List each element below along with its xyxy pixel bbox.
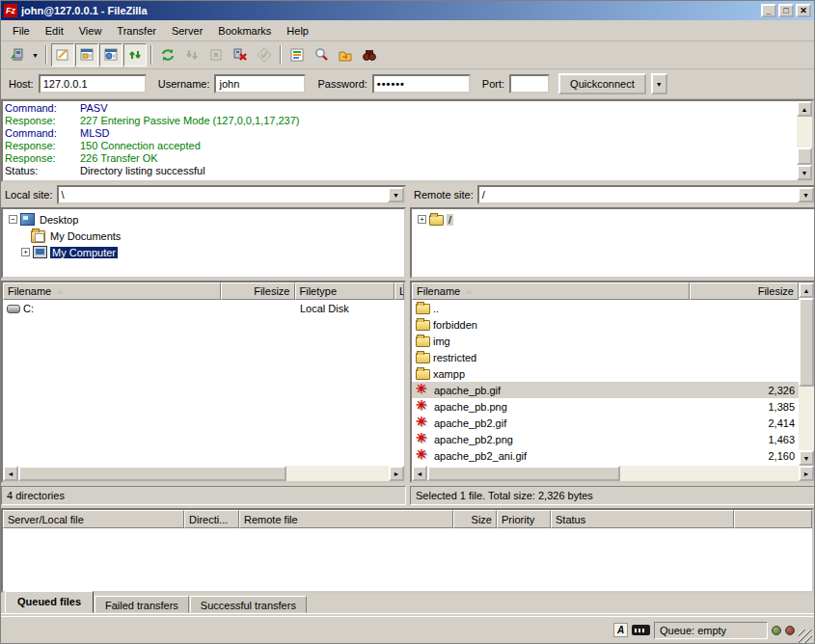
refresh-button[interactable] xyxy=(156,43,179,67)
scroll-down-arrow[interactable]: ▼ xyxy=(799,450,814,466)
file-row-c-drive[interactable]: C: Local Disk xyxy=(3,300,404,316)
tree-item-desktop[interactable]: − Desktop xyxy=(3,211,404,228)
synchronized-browsing-button[interactable] xyxy=(334,43,357,67)
tree-item-label[interactable]: My Computer xyxy=(50,247,118,258)
expand-icon[interactable]: + xyxy=(418,215,426,224)
scroll-down-arrow[interactable]: ▼ xyxy=(797,165,812,180)
site-manager-dropdown[interactable]: ▼ xyxy=(29,43,41,67)
toggle-local-tree-button[interactable] xyxy=(75,43,98,67)
column-header-filler xyxy=(734,510,812,528)
file-row[interactable]: apache_pb2_ani.gif 2,160 xyxy=(412,447,799,464)
tree-item-label[interactable]: / xyxy=(447,214,453,226)
file-row[interactable]: apache_pb2.gif 2,414 xyxy=(412,415,799,431)
column-header-status[interactable]: Status xyxy=(551,510,734,528)
column-header-filename[interactable]: Filename xyxy=(3,282,221,300)
tab-successful-transfers[interactable]: Successful transfers xyxy=(190,596,307,613)
resize-grip[interactable] xyxy=(799,630,812,643)
scrollbar-thumb[interactable] xyxy=(18,466,286,481)
file-row[interactable]: restricted xyxy=(412,349,799,365)
toggle-message-log-button[interactable] xyxy=(51,43,74,67)
minimize-button[interactable]: _ xyxy=(761,4,776,17)
column-header-size[interactable]: Size xyxy=(453,510,497,528)
site-manager-button[interactable] xyxy=(5,43,28,67)
host-input[interactable] xyxy=(39,74,147,94)
local-site-combo[interactable]: \ ▼ xyxy=(57,185,406,204)
menu-edit[interactable]: Edit xyxy=(38,22,71,40)
scroll-up-arrow[interactable]: ▲ xyxy=(797,101,812,117)
directory-listing-filters-button[interactable] xyxy=(310,43,333,67)
scroll-left-arrow[interactable]: ◄ xyxy=(412,466,427,481)
file-name: img xyxy=(433,335,450,347)
tree-item-label[interactable]: Desktop xyxy=(38,214,80,226)
chevron-down-icon[interactable]: ▼ xyxy=(798,187,814,202)
remote-vertical-scrollbar[interactable]: ▲ ▼ xyxy=(799,282,814,466)
tree-item-root[interactable]: + / xyxy=(412,211,814,228)
tab-queued-files[interactable]: Queued files xyxy=(5,591,94,613)
local-horizontal-scrollbar[interactable]: ◄ ► xyxy=(3,466,404,481)
column-label: Filesize xyxy=(254,285,289,297)
quickconnect-button[interactable]: Quickconnect xyxy=(558,73,646,94)
password-input[interactable] xyxy=(372,74,471,94)
log-vertical-scrollbar[interactable]: ▲ ▼ xyxy=(797,101,812,180)
menu-file[interactable]: File xyxy=(5,22,38,40)
file-row[interactable]: xampp xyxy=(412,365,799,382)
close-button[interactable]: ✕ xyxy=(796,4,811,17)
maximize-button[interactable]: □ xyxy=(778,4,794,17)
disconnect-button[interactable] xyxy=(229,43,252,67)
scrollbar-thumb[interactable] xyxy=(799,298,814,387)
username-input[interactable] xyxy=(214,74,306,94)
column-header-filename[interactable]: Filename xyxy=(412,282,690,300)
remote-site-combo[interactable]: / ▼ xyxy=(477,185,815,204)
file-row[interactable]: apache_pb2.png 1,463 xyxy=(412,431,799,447)
column-header-server-local-file[interactable]: Server/Local file xyxy=(3,510,184,528)
menu-help[interactable]: Help xyxy=(279,22,316,40)
menu-server[interactable]: Server xyxy=(164,22,210,40)
column-header-filesize[interactable]: Filesize xyxy=(690,282,799,300)
find-files-button[interactable] xyxy=(358,43,381,67)
menu-transfer[interactable]: Transfer xyxy=(109,22,164,40)
collapse-icon[interactable]: − xyxy=(9,215,17,224)
port-input[interactable] xyxy=(509,74,550,94)
tree-item-my-computer[interactable]: + My Computer xyxy=(3,244,404,260)
file-name: restricted xyxy=(433,352,476,363)
remote-horizontal-scrollbar[interactable]: ◄ ► xyxy=(412,466,814,481)
directory-comparison-button[interactable] xyxy=(285,43,309,67)
quickconnect-dropdown[interactable]: ▼ xyxy=(651,73,667,94)
toggle-transfer-queue-button[interactable] xyxy=(123,43,147,67)
scroll-left-arrow[interactable]: ◄ xyxy=(3,466,18,481)
process-queue-button[interactable] xyxy=(180,43,204,67)
file-name: xampp xyxy=(433,368,465,380)
scroll-right-arrow[interactable]: ► xyxy=(389,466,404,481)
column-header-last-modified[interactable]: L xyxy=(394,282,404,300)
column-header-remote-file[interactable]: Remote file xyxy=(239,510,453,528)
cancel-operation-button[interactable] xyxy=(204,43,228,67)
file-row[interactable]: img xyxy=(412,333,799,349)
tab-failed-transfers[interactable]: Failed transfers xyxy=(95,596,189,613)
file-size: 2,414 xyxy=(768,417,795,429)
file-name: C: xyxy=(23,303,34,314)
expand-icon[interactable]: + xyxy=(21,248,30,256)
scrollbar-thumb[interactable] xyxy=(797,148,812,165)
toggle-remote-tree-button[interactable] xyxy=(99,43,122,67)
file-row-selected[interactable]: apache_pb.gif 2,326 xyxy=(412,382,799,398)
send-activity-led-icon xyxy=(785,626,795,635)
reconnect-button[interactable] xyxy=(253,43,276,67)
column-header-filetype[interactable]: Filetype xyxy=(295,282,395,300)
tree-item-label[interactable]: My Documents xyxy=(48,230,122,242)
status-indicator-badge-icon xyxy=(632,625,650,635)
scroll-up-arrow[interactable]: ▲ xyxy=(799,282,814,298)
column-header-filesize[interactable]: Filesize xyxy=(221,282,295,300)
menu-bookmarks[interactable]: Bookmarks xyxy=(210,22,279,40)
column-header-direction[interactable]: Directi... xyxy=(184,510,239,528)
file-row[interactable]: .. xyxy=(412,300,799,316)
file-row[interactable]: apache_pb.png 1,385 xyxy=(412,398,799,415)
scrollbar-thumb[interactable] xyxy=(427,466,620,481)
scroll-right-arrow[interactable]: ► xyxy=(799,466,814,481)
folder-icon xyxy=(416,336,430,347)
file-row[interactable]: forbidden xyxy=(412,316,799,333)
column-header-priority[interactable]: Priority xyxy=(497,510,551,528)
tree-item-my-documents[interactable]: My Documents xyxy=(3,228,404,244)
chevron-down-icon[interactable]: ▼ xyxy=(388,187,404,202)
column-label: Filesize xyxy=(758,285,794,297)
menu-view[interactable]: View xyxy=(71,22,110,40)
